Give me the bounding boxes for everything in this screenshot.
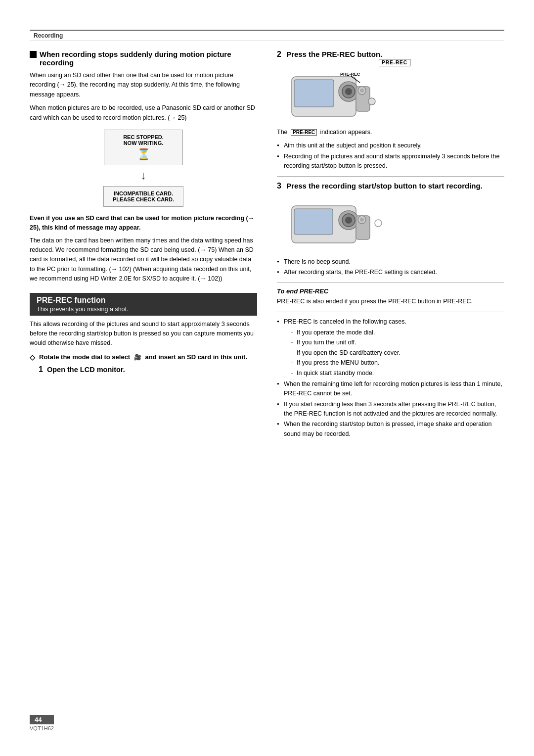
- divider-3: [277, 312, 504, 312]
- page: Recording When recording stops suddenly …: [0, 0, 534, 756]
- diagram-box2-line1: INCOMPATIBLE CARD.: [113, 190, 174, 196]
- to-end-body: PRE-REC is also ended if you press the P…: [277, 297, 504, 306]
- canceled-bullet-3: If you start recording less than 3 secon…: [277, 400, 504, 419]
- divider-2: [277, 282, 504, 283]
- step3-bullet-2: After recording starts, the PRE-REC sett…: [277, 268, 504, 277]
- step1-label: 1 Open the LCD monitor.: [39, 365, 257, 374]
- step3-camera-image: [287, 198, 391, 248]
- page-number: 44: [30, 715, 54, 724]
- prerec-indicator-badge: PRE-REC: [291, 129, 317, 136]
- svg-point-19: [375, 220, 382, 227]
- section-header-text: Recording: [34, 32, 63, 39]
- prerec-canceled-list: PRE-REC is canceled in the following cas…: [277, 317, 504, 439]
- step2-container: 2 Press the PRE-REC button. PRE-REC: [277, 50, 504, 171]
- para1: When using an SD card other than one tha…: [30, 71, 257, 99]
- page-number-bar: 44 VQT1H62: [30, 715, 54, 731]
- canceled-bullet-2: When the remaining time left for recordi…: [277, 379, 504, 399]
- prerec-function-box: PRE-REC function This prevents you missi…: [30, 293, 257, 348]
- dash-item-4: If you press the MENU button.: [291, 358, 504, 368]
- diamond-step-text: Rotate the mode dial to select 🎥 and ins…: [39, 353, 247, 361]
- step2-camera-image: PRE-REC: [287, 67, 386, 121]
- bold-warning: Even if you use an SD card that can be u…: [30, 214, 257, 233]
- svg-point-8: [368, 98, 375, 105]
- para2: When motion pictures are to be recorded,…: [30, 103, 257, 123]
- movie-camera-icon: 🎥: [134, 354, 141, 361]
- step2-bullet-2: Recording of the pictures and sound star…: [277, 152, 504, 171]
- step3-header: 3 Press the recording start/stop button …: [277, 182, 504, 190]
- right-column: 2 Press the PRE-REC button. PRE-REC: [277, 50, 504, 442]
- prerec-body-text: This allows recording of the pictures an…: [30, 320, 257, 348]
- camera-illustration-step3: [287, 198, 391, 248]
- body-long: The data on the card has been written ma…: [30, 236, 257, 284]
- prerec-body: This allows recording of the pictures an…: [30, 316, 257, 348]
- hourglass-icon: ⏳: [113, 148, 174, 161]
- svg-point-7: [360, 89, 364, 93]
- prerec-badge: PRE-REC: [379, 59, 410, 66]
- step3-bullet-1: There is no beep sound.: [277, 257, 504, 267]
- diagram-arrow: ↓: [141, 170, 146, 181]
- camera-illustration-step2: PRE-REC: [287, 67, 386, 121]
- svg-point-15: [345, 217, 352, 224]
- indication-text: The PRE-REC indication appears.: [277, 128, 504, 137]
- diagram-box2-line2: PLEASE CHECK CARD.: [113, 196, 174, 202]
- svg-rect-1: [294, 80, 334, 107]
- dash-item-3: If you open the SD card/battery cover.: [291, 348, 504, 358]
- left-column: When recording stops suddenly during mot…: [30, 50, 257, 442]
- svg-point-4: [345, 88, 352, 95]
- step2-bullet-list: Aim this unit at the subject and positio…: [277, 141, 504, 171]
- svg-point-18: [360, 218, 364, 222]
- canceled-dash-list: If you operate the mode dial. If you tur…: [284, 328, 504, 378]
- diamond-icon: ◇: [30, 353, 35, 361]
- black-square-icon: [30, 51, 37, 58]
- two-column-layout: When recording stops suddenly during mot…: [30, 50, 504, 442]
- section-header: Recording: [30, 30, 504, 41]
- to-end-prerec: To end PRE-REC PRE-REC is also ended if …: [277, 287, 504, 306]
- step3-bullet-list: There is no beep sound. After recording …: [277, 257, 504, 278]
- svg-text:PRE-REC: PRE-REC: [340, 72, 360, 77]
- svg-rect-12: [294, 209, 333, 235]
- diagram-box1-line2: NOW WRITING.: [113, 140, 174, 146]
- prerec-header: PRE-REC function This prevents you missi…: [30, 293, 257, 316]
- canceled-bullet-4: When the recording start/stop button is …: [277, 420, 504, 439]
- diagram-box-bottom: INCOMPATIBLE CARD. PLEASE CHECK CARD.: [103, 186, 183, 207]
- diagram-box1-line1: REC STOPPED.: [113, 134, 174, 140]
- step2-header: 2 Press the PRE-REC button.: [277, 50, 504, 59]
- dash-item-2: If you turn the unit off.: [291, 338, 504, 347]
- diamond-step: ◇ Rotate the mode dial to select 🎥 and i…: [30, 353, 257, 361]
- dash-item-5: In quick start standby mode.: [291, 369, 504, 378]
- to-end-title: To end PRE-REC: [277, 287, 504, 295]
- step3-container: 3 Press the recording start/stop button …: [277, 182, 504, 278]
- step2-bullet-1: Aim this unit at the subject and positio…: [277, 141, 504, 150]
- dash-item-1: If you operate the mode dial.: [291, 328, 504, 337]
- prerec-title: PRE-REC function: [37, 296, 250, 305]
- page-code: VQT1H62: [30, 725, 54, 731]
- divider-1: [277, 176, 504, 177]
- prerec-subtitle: This prevents you missing a shot.: [37, 305, 250, 314]
- error-diagram: REC STOPPED. NOW WRITING. ⏳ ↓ INCOMPATIB…: [30, 130, 257, 207]
- canceled-bullet-1: PRE-REC is canceled in the following cas…: [277, 317, 504, 378]
- main-section-title: When recording stops suddenly during mot…: [30, 50, 257, 67]
- diagram-box-top: REC STOPPED. NOW WRITING. ⏳: [104, 130, 183, 165]
